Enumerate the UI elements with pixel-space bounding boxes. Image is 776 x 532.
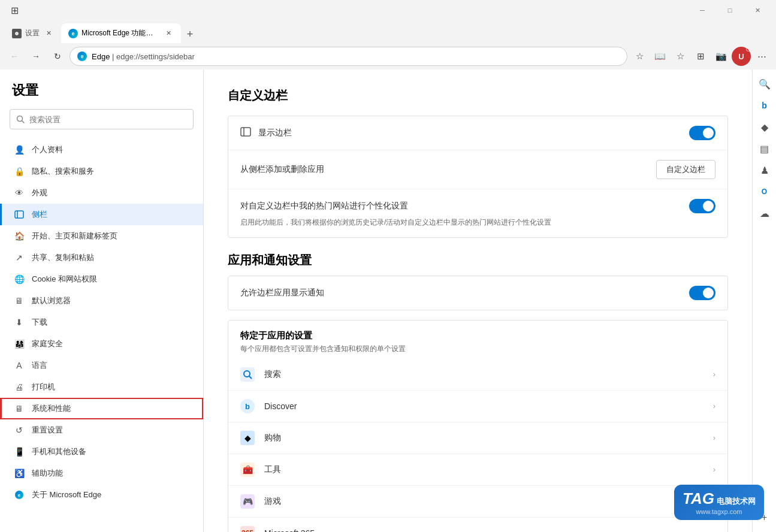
sidebar-item-share-label: 共享、复制和粘贴: [32, 252, 94, 263]
profile-button[interactable]: U: [732, 47, 751, 66]
sidebar-item-sidebar[interactable]: 侧栏: [0, 204, 203, 225]
watermark-tag: TAG: [683, 489, 714, 508]
app-item-discover[interactable]: b Discover ›: [228, 391, 727, 422]
svg-rect-6: [241, 128, 250, 136]
about-edge-icon: e: [14, 489, 25, 500]
sidebar-item-default-browser-label: 默认浏览器: [32, 295, 71, 306]
sidebar-item-accessibility-label: 辅助功能: [32, 468, 63, 479]
sidebar-item-profile[interactable]: 👤 个人资料: [0, 139, 203, 161]
search-app-icon: [240, 367, 255, 382]
cookie-icon: 🌐: [14, 274, 25, 285]
discover-app-icon: b: [240, 399, 255, 413]
new-tab-button[interactable]: +: [181, 25, 199, 43]
personalize-toggle[interactable]: [689, 199, 715, 213]
app-notifications-title: 应用和通知设置: [228, 252, 728, 268]
eye-icon: 👁: [14, 188, 25, 198]
sidebar-item-appearance[interactable]: 👁 外观: [0, 182, 203, 204]
profile-notification-dot: [746, 47, 751, 52]
sidebar-navigation: 设置 👤 个人资料 🔒 隐私、搜索和服务 👁 外观: [0, 69, 204, 532]
content-area: 自定义边栏 显示边栏: [204, 69, 752, 532]
sidebar-item-language[interactable]: A 语言: [0, 355, 203, 376]
sidebar-item-family[interactable]: 👨‍👩‍👧 家庭安全: [0, 333, 203, 355]
allow-notifications-toggle[interactable]: [689, 286, 715, 300]
sidebar-item-about[interactable]: e 关于 Microsoft Edge: [0, 484, 203, 506]
right-outlook-button[interactable]: O: [755, 182, 774, 201]
app-item-shopping[interactable]: ◆ 购物 ›: [228, 422, 727, 454]
app-item-tools[interactable]: 🧰 工具 ›: [228, 454, 727, 486]
page-title: 自定义边栏: [228, 87, 728, 104]
minimize-button[interactable]: ─: [689, 1, 716, 19]
customize-sidebar-button[interactable]: 自定义边栏: [656, 160, 715, 179]
svg-line-3: [22, 121, 25, 123]
back-button[interactable]: ←: [5, 47, 24, 66]
sidebar-item-start[interactable]: 🏠 开始、主页和新建标签页: [0, 225, 203, 247]
tab-settings-label: 设置: [25, 28, 40, 38]
sidebar-item-about-label: 关于 Microsoft Edge: [32, 489, 101, 500]
address-bar[interactable]: e Edge | edge://settings/sidebar: [70, 47, 627, 66]
download-icon: ⬇: [14, 317, 25, 328]
settings-more-button[interactable]: ⋯: [752, 47, 771, 66]
sidebar-item-appearance-label: 外观: [32, 188, 47, 198]
reload-button[interactable]: ↻: [48, 47, 67, 66]
settings-favicon-icon: [12, 29, 22, 38]
right-games-button[interactable]: ♟: [755, 161, 774, 180]
sidebar-toggle-btn[interactable]: ⊞: [5, 1, 24, 20]
m365-app-icon: 365: [240, 526, 255, 532]
sidebar-item-family-label: 家庭安全: [32, 338, 63, 349]
app-item-games[interactable]: 🎮 游戏 ›: [228, 486, 727, 518]
favorites-button[interactable]: ☆: [671, 47, 690, 66]
sidebar-item-download[interactable]: ⬇ 下载: [0, 312, 203, 333]
tab-settings-close[interactable]: ✕: [43, 28, 54, 39]
sidebar-item-privacy-label: 隐私、搜索和服务: [32, 166, 94, 177]
games-app-label: 游戏: [264, 496, 713, 507]
settings-search-input[interactable]: [29, 115, 187, 124]
sidebar-item-phone[interactable]: 📱 手机和其他设备: [0, 441, 203, 463]
collections-button[interactable]: ⊞: [691, 47, 710, 66]
forward-button[interactable]: →: [26, 47, 46, 66]
maximize-button[interactable]: □: [716, 1, 744, 19]
address-sep: |: [110, 52, 116, 61]
screenshot-button[interactable]: 📷: [711, 47, 730, 66]
right-cloud-button[interactable]: ☁: [755, 204, 774, 223]
personalize-label: 对自定义边栏中我的热门网站进行个性化设置: [240, 201, 689, 211]
right-discover-button[interactable]: b: [755, 96, 774, 115]
favorites-star-button[interactable]: ☆: [630, 47, 649, 66]
sidebar-item-printer[interactable]: 🖨 打印机: [0, 376, 203, 398]
show-sidebar-icon: [240, 126, 251, 140]
browser-window: ⊞ ─ □ ✕ 设置 ✕ e Microsoft Edge 功能和提示 ✕ +: [0, 0, 776, 532]
app-specific-title: 特定于应用的设置: [240, 330, 715, 341]
read-aloud-button[interactable]: 📖: [650, 47, 669, 66]
tab-settings[interactable]: 设置 ✕: [5, 23, 61, 43]
tab-edge-tips[interactable]: e Microsoft Edge 功能和提示 ✕: [61, 23, 181, 43]
app-item-m365[interactable]: 365 Microsoft 365 ›: [228, 518, 727, 532]
app-notifications-card: 允许边栏应用显示通知: [228, 276, 728, 310]
right-search-button[interactable]: 🔍: [755, 74, 774, 93]
shopping-app-icon: ◆: [240, 431, 255, 445]
sidebar-item-default-browser[interactable]: 🖥 默认浏览器: [0, 290, 203, 312]
toggle-thumb-3: [703, 288, 714, 298]
sidebar-item-accessibility[interactable]: ♿ 辅助功能: [0, 463, 203, 484]
phone-icon: 📱: [14, 446, 25, 457]
sidebar-item-system[interactable]: 🖥 系统和性能: [0, 398, 203, 419]
profile-initial: U: [738, 52, 744, 61]
sidebar-item-reset[interactable]: ↺ 重置设置: [0, 419, 203, 441]
watermark-site: www.tagxp.com: [696, 508, 742, 515]
sidebar-item-privacy[interactable]: 🔒 隐私、搜索和服务: [0, 161, 203, 182]
show-sidebar-toggle[interactable]: [689, 126, 715, 140]
settings-search-box[interactable]: [10, 109, 194, 129]
tools-chevron-icon: ›: [713, 466, 715, 474]
address-bar-row: ← → ↻ e Edge | edge://settings/sidebar ☆…: [0, 43, 776, 69]
sidebar-item-share[interactable]: ↗ 共享、复制和粘贴: [0, 247, 203, 268]
sidebar-item-system-label: 系统和性能: [32, 403, 71, 414]
app-item-search[interactable]: 搜索 ›: [228, 359, 727, 391]
add-remove-apps-label: 从侧栏添加或删除应用: [240, 164, 656, 175]
show-sidebar-row: 显示边栏: [228, 116, 727, 150]
sidebar-item-cookie-label: Cookie 和网站权限: [32, 274, 97, 285]
lock-icon: 🔒: [14, 166, 25, 177]
tab-edge-tips-close[interactable]: ✕: [163, 28, 174, 39]
close-button[interactable]: ✕: [744, 1, 771, 19]
right-collections-button[interactable]: ◆: [755, 117, 774, 137]
sidebar-item-cookie[interactable]: 🌐 Cookie 和网站权限: [0, 268, 203, 290]
right-wallet-button[interactable]: ▤: [755, 139, 774, 158]
allow-notifications-label: 允许边栏应用显示通知: [240, 288, 689, 298]
